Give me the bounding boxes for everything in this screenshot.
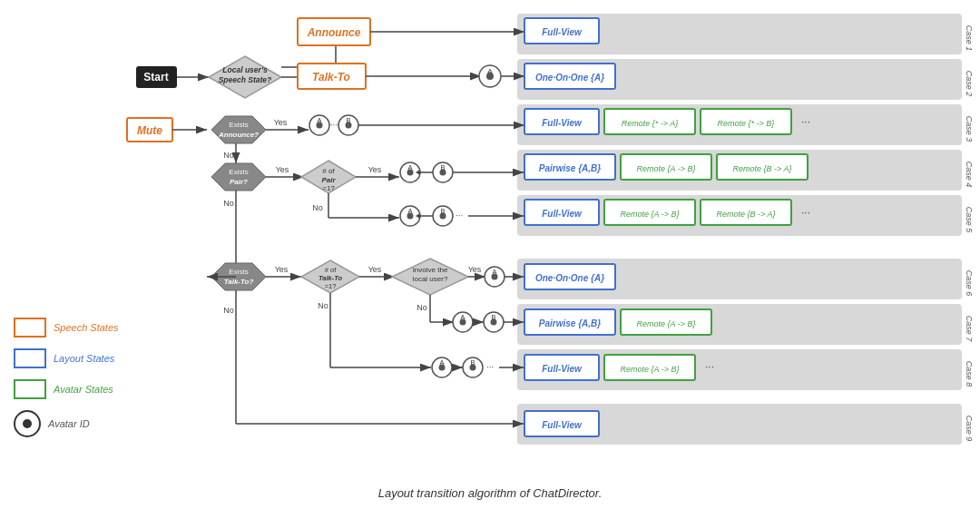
case4-label: Case 4 — [965, 162, 974, 188]
pairwise-case7: Pairwise {A,B} — [524, 309, 615, 335]
involve-local-node: Involve the local user? — [392, 259, 468, 295]
legend-avatar-id-label: Avatar ID — [48, 418, 90, 429]
remote-ba-case4-label: Remote {B -> A} — [733, 164, 792, 173]
legend-avatar-label: Avatar States — [54, 384, 113, 395]
yes-label-talkto: Yes — [275, 265, 289, 274]
num-pair-node: # of Pair =1? — [301, 161, 356, 193]
a-label-case8: A — [439, 358, 444, 367]
legend-avatar-id: Avatar ID — [14, 410, 127, 437]
oneonone-case2: One·On·One {A} — [524, 64, 615, 89]
dots-green-case8: ··· — [705, 360, 714, 373]
start-node: Start — [136, 66, 177, 88]
yes-label-involve: Yes — [468, 265, 482, 274]
dots-green-case5: ··· — [801, 206, 810, 219]
b-label-case8: B — [470, 358, 475, 367]
num-talkto-line3: =1? — [325, 282, 337, 290]
remote-ab-case8-label: Remote {A -> B} — [621, 365, 680, 374]
case5-label: Case 5 — [965, 207, 974, 234]
main-container: Speech States Layout States Avatar State… — [9, 9, 971, 500]
announce-label: Announce — [307, 26, 361, 39]
remote-ab-case5: Remote {A -> B} — [604, 200, 695, 225]
fullview-case9-label: Full-View — [542, 420, 583, 430]
num-pair-line2: Pair — [321, 176, 336, 184]
no-label-exists-talkto: No — [223, 306, 234, 315]
num-talkto-node: # of Talk-To =1? — [301, 260, 359, 293]
remote-ba-case4: Remote {B -> A} — [717, 154, 808, 180]
pairwise-case4-label: Pairwise {A,B} — [539, 163, 601, 173]
dots-case5: ··· — [456, 210, 463, 220]
remote-ba-case5: Remote {B -> A} — [701, 200, 791, 225]
yes-label-pair: Yes — [276, 165, 289, 174]
dots-case8: ··· — [486, 362, 494, 372]
fullview-case1-label: Full-View — [542, 27, 583, 37]
legend-layout-label: Layout States — [54, 353, 114, 364]
mute-node: Mute — [127, 118, 172, 142]
talkto-node: Talk-To — [298, 64, 366, 89]
announce-node: Announce — [298, 18, 370, 45]
b-label-case5: B — [440, 207, 445, 215]
remote-ab-case8: Remote {A -> B} — [604, 355, 695, 380]
remote-a-case3-label: Remote {* -> A} — [622, 119, 678, 128]
pairwise-case4: Pairwise {A,B} — [524, 154, 615, 180]
legend-circle — [14, 410, 41, 437]
legend-panel: Speech States Layout States Avatar State… — [9, 9, 127, 481]
a-label-case6: A — [492, 268, 496, 276]
fullview-case5-label: Full-View — [542, 209, 583, 219]
no-label-num-pair: No — [312, 203, 323, 212]
b-label-case4: B — [440, 163, 445, 171]
pairwise-case7-label: Pairwise {A,B} — [539, 318, 601, 328]
no-label-num-talkto: No — [318, 301, 328, 310]
remote-ba-case5-label: Remote {B -> A} — [717, 210, 776, 219]
legend-speech-label: Speech States — [54, 322, 119, 333]
remote-ab-case4-label: Remote {A -> B} — [637, 164, 696, 173]
case1-label: Case 1 — [965, 25, 974, 52]
remote-b-case3: Remote {* -> B} — [701, 109, 791, 134]
num-talkto-line1: # of — [325, 266, 337, 274]
exists-talkto-line1: Exists — [229, 268, 248, 276]
exists-announce-line1: Exists — [229, 121, 248, 129]
yes-label-num-pair: Yes — [368, 165, 382, 174]
fullview-case3: Full-View — [524, 109, 599, 134]
remote-ab-case5-label: Remote {A -> B} — [621, 210, 680, 219]
exists-pair-line1: Exists — [229, 168, 248, 176]
case7-label: Case 7 — [965, 316, 974, 343]
a-label-case3: A — [317, 116, 321, 124]
fullview-case1: Full-View — [524, 18, 599, 44]
case3-label: Case 3 — [965, 116, 974, 142]
caption: Layout transition algorithm of ChatDirec… — [9, 486, 971, 500]
a-label-case7: A — [460, 313, 465, 321]
remote-ab-case4: Remote {A -> B} — [621, 154, 711, 180]
yes-label-num-talkto: Yes — [368, 265, 382, 274]
remote-ab-case7-label: Remote {A -> B} — [637, 319, 696, 328]
diagram-area: Speech States Layout States Avatar State… — [9, 9, 971, 481]
a-label-case4: A — [407, 163, 412, 171]
exists-pair-line2: Pair? — [230, 178, 248, 186]
case8-label: Case 8 — [965, 361, 974, 387]
legend-layout-states: Layout States — [14, 348, 127, 368]
legend-speech-box — [14, 318, 46, 338]
speech-state-line1: Local user's — [222, 65, 268, 74]
no-label-involve: No — [416, 303, 427, 312]
no-label-exists-pair: No — [223, 199, 234, 208]
remote-a-case3: Remote {* -> A} — [604, 109, 695, 134]
remote-ab-case7: Remote {A -> B} — [621, 309, 711, 335]
exists-pair-node: Exists Pair? — [211, 163, 266, 191]
flow-svg: Case 1 Case 2 Case 3 Case 4 Case 5 Case … — [127, 9, 971, 481]
start-label: Start — [143, 71, 168, 83]
b-label-case7: B — [491, 313, 495, 321]
fullview-case9: Full-View — [524, 411, 599, 436]
num-pair-line3: =1? — [322, 184, 335, 192]
no-label-exists-announce: No — [223, 151, 234, 160]
dots-green-case3: ··· — [801, 115, 810, 128]
fullview-case5: Full-View — [524, 200, 599, 225]
oneonone-case6: One·On·One {A} — [524, 264, 615, 289]
remote-b-case3-label: Remote {* -> B} — [718, 119, 775, 128]
legend-avatar-states: Avatar States — [14, 379, 127, 399]
case9-label: Case 9 — [965, 416, 974, 442]
case6-label: Case 6 — [965, 270, 974, 297]
mute-label: Mute — [137, 124, 162, 137]
legend-speech-states: Speech States — [14, 318, 127, 338]
legend-avatar-box — [14, 379, 46, 399]
fullview-case8: Full-View — [524, 355, 599, 380]
oneonone-case6-label: One·On·One {A} — [535, 273, 604, 283]
